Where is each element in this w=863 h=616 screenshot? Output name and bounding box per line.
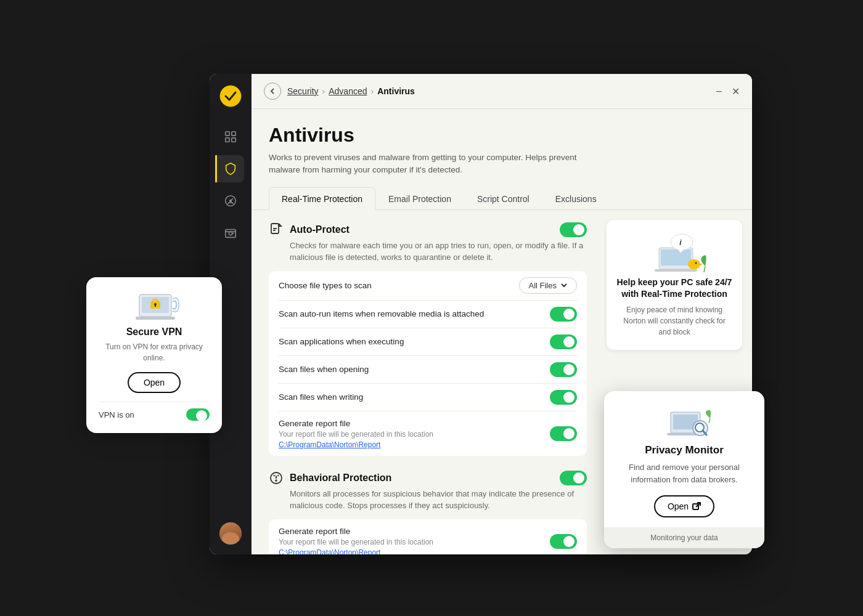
svg-point-15 xyxy=(671,234,693,250)
svg-rect-1 xyxy=(226,132,229,136)
back-button[interactable] xyxy=(264,83,281,100)
privacy-title: Privacy Monitor xyxy=(616,444,752,456)
report-link-2[interactable]: C:\ProgramData\Norton\Report xyxy=(279,548,380,555)
auto-protect-title: Auto-Protect xyxy=(290,224,350,235)
toggle-report-1[interactable]: ✓ xyxy=(550,426,577,441)
title-bar: Security › Advanced › Antivirus – ✕ xyxy=(252,74,752,109)
vpn-icon xyxy=(134,290,174,320)
tab-email[interactable]: Email Protection xyxy=(375,187,464,210)
vpn-title: Secure VPN xyxy=(99,326,210,338)
file-types-row: Choose file types to scan All Files xyxy=(279,271,577,301)
tab-exclusions[interactable]: Exclusions xyxy=(542,187,610,210)
behavioral-header: Behavioral Protection ✓ xyxy=(269,471,587,485)
tab-script[interactable]: Script Control xyxy=(464,187,542,210)
page-description: Works to prevent viruses and malware fro… xyxy=(269,152,589,177)
vpn-open-button[interactable]: Open xyxy=(128,372,181,393)
behavioral-report-info: Generate report file Your report file wi… xyxy=(279,525,433,555)
avatar[interactable] xyxy=(219,522,242,545)
vpn-card: Secure VPN Turn on VPN for extra privacy… xyxy=(86,277,222,433)
settings-panel: Auto-Protect ✓ Checks for malware each t… xyxy=(252,210,604,555)
page-header: Antivirus Works to prevent viruses and m… xyxy=(252,109,752,187)
window-controls: – ✕ xyxy=(716,86,740,97)
behavioral-settings: Generate report file Your report file wi… xyxy=(269,519,587,555)
svg-rect-2 xyxy=(232,132,235,136)
privacy-footer-label: Monitoring your data xyxy=(650,533,718,542)
auto-protect-section: Auto-Protect ✓ Checks for malware each t… xyxy=(269,222,587,456)
svg-point-8 xyxy=(229,232,232,235)
promo-desc: Enjoy peace of mind knowing Norton will … xyxy=(616,304,732,338)
auto-protect-settings: Choose file types to scan All Files xyxy=(269,271,587,456)
tabs-bar: Real-Time Protection Email Protection Sc… xyxy=(252,187,752,210)
setting-row-3: Scan files when writing ✓ xyxy=(279,384,577,411)
page-title: Antivirus xyxy=(269,124,735,147)
behavioral-icon xyxy=(269,471,284,485)
svg-point-6 xyxy=(230,200,232,202)
promo-illustration: i xyxy=(650,232,699,269)
privacy-open-button[interactable]: Open xyxy=(654,495,714,517)
setting-row-4: Generate report file Your report file wi… xyxy=(279,411,577,456)
vpn-status-label: VPN is on xyxy=(99,410,134,419)
breadcrumb-sep-1: › xyxy=(322,86,325,96)
tab-realtime[interactable]: Real-Time Protection xyxy=(269,187,375,210)
breadcrumb: Security › Advanced › Antivirus xyxy=(264,83,415,100)
toggle-autorun[interactable]: ✓ xyxy=(550,307,577,322)
file-types-value: All Files xyxy=(528,281,557,290)
svg-rect-3 xyxy=(226,138,229,142)
behavioral-desc: Monitors all processes for suspicious be… xyxy=(290,488,587,512)
toggle-apps[interactable]: ✓ xyxy=(550,334,577,349)
sidebar-item-vault[interactable] xyxy=(217,219,244,246)
svg-point-11 xyxy=(276,480,277,481)
breadcrumb-current: Antivirus xyxy=(377,86,415,96)
privacy-desc: Find and remove your personal informatio… xyxy=(616,461,752,485)
toggle-files-open[interactable]: ✓ xyxy=(550,362,577,377)
report-link-1[interactable]: C:\ProgramData\Norton\Report xyxy=(279,440,380,449)
svg-rect-14 xyxy=(655,269,697,272)
realtime-promo-card: i Help keep your PC safe xyxy=(607,220,742,350)
sidebar-item-speedometer[interactable] xyxy=(217,187,244,214)
toggle-report-2[interactable]: ✓ xyxy=(550,534,577,549)
close-button[interactable]: ✕ xyxy=(732,86,740,97)
setting-row-0: Scan auto-run items when removable media… xyxy=(279,301,577,328)
behavioral-toggle[interactable]: ✓ xyxy=(560,471,587,485)
svg-rect-21 xyxy=(136,317,175,320)
svg-rect-24 xyxy=(155,304,156,307)
file-types-label: Choose file types to scan xyxy=(279,281,372,290)
breadcrumb-sep-2: › xyxy=(371,86,374,96)
vpn-status-row: VPN is on ✓ xyxy=(99,402,210,421)
privacy-card-body: Privacy Monitor Find and remove your per… xyxy=(604,391,764,527)
breadcrumb-security[interactable]: Security xyxy=(287,86,319,96)
svg-rect-4 xyxy=(232,138,235,142)
toggle-files-write[interactable]: ✓ xyxy=(550,390,577,405)
norton-logo xyxy=(218,84,243,108)
report-file-info: Generate report file Your report file wi… xyxy=(279,418,433,450)
auto-protect-toggle[interactable]: ✓ xyxy=(560,222,587,237)
privacy-icon xyxy=(665,406,704,437)
sidebar-item-shield[interactable] xyxy=(215,155,244,182)
behavioral-title-row: Behavioral Protection xyxy=(269,471,391,485)
auto-protect-icon xyxy=(269,222,284,237)
svg-point-0 xyxy=(220,86,241,107)
promo-title: Help keep your PC safe 24/7 with Real-Ti… xyxy=(616,277,732,301)
svg-point-18 xyxy=(695,262,697,264)
behavioral-report-row: Generate report file Your report file wi… xyxy=(279,519,577,555)
privacy-monitor-card: Privacy Monitor Find and remove your per… xyxy=(604,391,764,548)
sidebar-item-dashboard[interactable] xyxy=(217,123,244,150)
auto-protect-desc: Checks for malware each time you or an a… xyxy=(290,240,587,264)
breadcrumb-advanced[interactable]: Advanced xyxy=(329,86,367,96)
svg-rect-13 xyxy=(661,249,691,265)
vpn-toggle[interactable]: ✓ xyxy=(186,408,210,421)
vpn-desc: Turn on VPN for extra privacy online. xyxy=(99,341,210,363)
behavioral-section: Behavioral Protection ✓ Monitors all pro… xyxy=(269,471,587,555)
privacy-footer: Monitoring your data xyxy=(604,527,764,548)
file-types-button[interactable]: All Files xyxy=(519,277,577,294)
svg-rect-7 xyxy=(226,230,236,238)
privacy-open-label: Open xyxy=(668,501,689,511)
setting-row-1: Scan applications when executing ✓ xyxy=(279,328,577,356)
auto-protect-header: Auto-Protect ✓ xyxy=(269,222,587,237)
behavioral-title: Behavioral Protection xyxy=(290,472,391,484)
setting-row-2: Scan files when opening ✓ xyxy=(279,356,577,384)
minimize-button[interactable]: – xyxy=(716,86,722,97)
auto-protect-title-row: Auto-Protect xyxy=(269,222,350,237)
